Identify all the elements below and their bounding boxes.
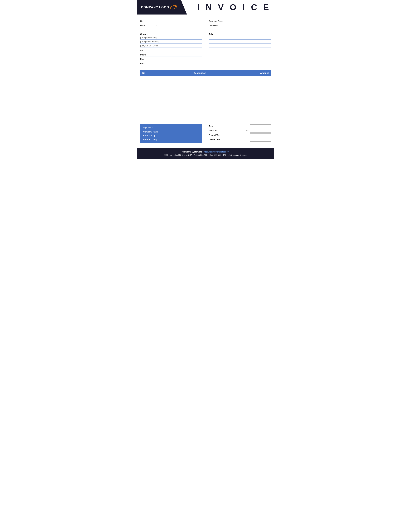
client-fax-row: Fax : (140, 57, 202, 61)
date-row: Date : (140, 24, 202, 28)
payment-terms-value (227, 19, 271, 22)
email-value (152, 62, 202, 64)
payment-company-name: [Company Name] (143, 130, 200, 134)
job-line1 (209, 37, 271, 40)
attn-value (152, 48, 202, 51)
table-header-row: No Description Amount (140, 70, 271, 76)
no-colon: : (156, 20, 157, 22)
phone-label: Phone (140, 54, 150, 56)
payment-terms-row: Payment Terms : (209, 19, 271, 23)
fax-colon: : (150, 58, 150, 60)
page-footer: Company System Inc. | http://freewordtem… (137, 148, 274, 159)
col-amount-header: Amount (250, 70, 271, 76)
no-value (159, 19, 202, 22)
info-section: No : Date : Payment Terms : Due Date : (137, 18, 274, 30)
bottom-section: Payment to : [Company Name] [Bank Name] … (137, 124, 274, 143)
job-header: Job : (209, 33, 271, 36)
payment-bank-name: [Bank Name] (143, 134, 200, 137)
attn-label: Attn (140, 49, 150, 52)
due-date-colon: : (225, 24, 225, 27)
date-value (159, 24, 202, 26)
job-line2 (209, 40, 271, 44)
footer-line1: Company System Inc. | http://freewordtem… (140, 150, 271, 153)
no-row: No : (140, 19, 202, 23)
row-description (150, 76, 250, 121)
attn-colon: : (150, 49, 150, 52)
state-tax-label: State Tax (209, 129, 245, 132)
date-colon: : (156, 24, 157, 27)
job-column: Job : (209, 33, 271, 66)
grand-total-value-box (250, 138, 271, 142)
job-label: Job : (209, 33, 214, 36)
logo-orbit-icon (170, 5, 177, 10)
svg-point-1 (175, 5, 177, 7)
date-label: Date (140, 24, 156, 27)
table-row (140, 76, 271, 121)
phone-colon: : (150, 54, 150, 56)
payment-terms-colon: : (225, 20, 225, 22)
job-line4 (209, 48, 271, 52)
federal-tax-value-box (250, 133, 271, 137)
payment-box: Payment to : [Company Name] [Bank Name] … (140, 124, 202, 143)
invoice-title: I N V O I C E (197, 2, 271, 12)
client-company-address: [Company Address] (140, 40, 202, 44)
federal-tax-label: Federal Tax (209, 134, 250, 136)
client-attn-row: Attn : (140, 48, 202, 52)
totals-section: Total State Tax 3% Federal Tax Grand Tot… (209, 124, 271, 143)
client-label: Client : (140, 33, 148, 36)
row-no (140, 76, 150, 121)
state-tax-value-box (250, 129, 271, 133)
email-colon: : (150, 62, 150, 65)
total-label: Total (209, 125, 250, 127)
logo-section: COMPANY LOGO (137, 0, 187, 15)
fax-value (152, 57, 202, 60)
grand-total-label: Grand Total (209, 139, 250, 141)
payment-bank-account: [Bank Account] (143, 138, 200, 141)
page-header: COMPANY LOGO I N V O I C E (137, 0, 274, 15)
client-phone-row: Phone : (140, 53, 202, 57)
col-description-header: Description (150, 70, 250, 76)
client-company-name: [Company Name] (140, 37, 202, 40)
col-no-header: No (140, 70, 150, 76)
total-value-box (250, 124, 271, 128)
footer-company: Company System Inc. (182, 151, 203, 153)
payment-to-label: Payment to : (143, 126, 200, 129)
fax-label: Fax (140, 58, 150, 60)
due-date-value (227, 24, 271, 26)
due-date-label: Due Date (209, 24, 225, 27)
client-header: Client : (140, 33, 202, 36)
grand-total-row: Grand Total (209, 138, 271, 142)
payment-terms-label: Payment Terms (209, 20, 225, 22)
client-email-row: Email : (140, 62, 202, 65)
due-date-row: Due Date : (209, 24, 271, 28)
footer-website[interactable]: http://freewordtemplates.net/ (204, 151, 229, 153)
invoice-table: No Description Amount (140, 70, 271, 121)
client-job-section: Client : [Company Name] [Company Address… (137, 31, 274, 67)
invoice-title-section: I N V O I C E (187, 0, 274, 15)
federal-tax-row: Federal Tax (209, 133, 271, 137)
email-label: Email (140, 62, 150, 65)
client-column: Client : [Company Name] [Company Address… (140, 33, 202, 66)
state-tax-percent: 3% (245, 129, 249, 132)
row-amount (250, 76, 271, 121)
total-row: Total (209, 124, 271, 128)
footer-line2: 8030 Harrington Rd, Miami, USA | Ph 555-… (140, 153, 271, 157)
no-label: No (140, 20, 156, 22)
company-logo-text: COMPANY LOGO (141, 6, 169, 9)
phone-value (152, 53, 202, 56)
job-line3 (209, 45, 271, 48)
client-city: [City, ST, ZIP Code] (140, 45, 202, 48)
state-tax-row: State Tax 3% (209, 129, 271, 133)
